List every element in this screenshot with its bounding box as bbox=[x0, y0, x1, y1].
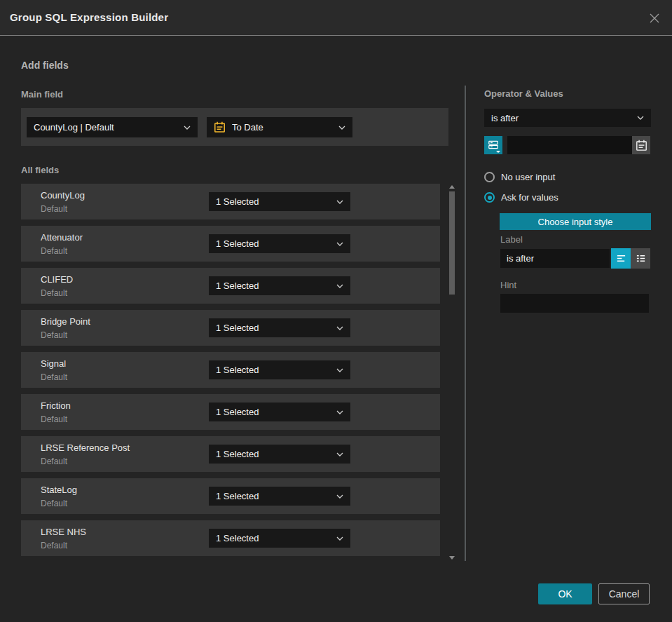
field-source: Default bbox=[41, 372, 67, 382]
field-row: CountyLogDefault1 Selected bbox=[21, 184, 440, 219]
field-row: StateLogDefault1 Selected bbox=[21, 478, 440, 514]
operator-select-value: is after bbox=[491, 113, 633, 123]
field-name: CLIFED bbox=[41, 274, 73, 285]
field-name: LRSE Reference Post bbox=[41, 442, 130, 453]
field-name: Attenuator bbox=[41, 232, 83, 243]
list-style-button[interactable] bbox=[631, 248, 650, 269]
selected-count: 1 Selected bbox=[216, 238, 332, 249]
field-source: Default bbox=[41, 414, 67, 424]
panel-divider bbox=[465, 86, 466, 561]
radio-ask-for-values[interactable]: Ask for values bbox=[484, 192, 558, 203]
field-values-select[interactable]: 1 Selected bbox=[209, 192, 350, 211]
field-name: Signal bbox=[41, 358, 66, 369]
field-source: Default bbox=[41, 246, 67, 256]
field-row: Bridge PointDefault1 Selected bbox=[21, 310, 440, 346]
field-values-select[interactable]: 1 Selected bbox=[209, 403, 350, 421]
field-row: SignalDefault1 Selected bbox=[21, 352, 440, 388]
align-text-icon bbox=[616, 253, 626, 264]
field-name: CountyLog bbox=[41, 190, 85, 201]
field-values-select[interactable]: 1 Selected bbox=[209, 360, 350, 379]
date-field-select[interactable]: To Date bbox=[207, 117, 352, 137]
value-type-button[interactable] bbox=[484, 136, 502, 154]
selected-count: 1 Selected bbox=[216, 323, 332, 333]
value-input[interactable] bbox=[507, 136, 632, 154]
field-name: Bridge Point bbox=[41, 316, 90, 327]
chevron-down-icon bbox=[336, 368, 343, 372]
close-button[interactable] bbox=[647, 11, 662, 26]
label-input[interactable] bbox=[500, 249, 610, 268]
close-icon bbox=[649, 13, 660, 24]
field-values-select[interactable]: 1 Selected bbox=[209, 487, 350, 506]
calendar-icon bbox=[214, 121, 226, 133]
radio-no-user-input[interactable]: No user input bbox=[484, 172, 555, 182]
choose-input-style-button[interactable]: Choose input style bbox=[500, 213, 651, 230]
selected-count: 1 Selected bbox=[216, 280, 332, 291]
label-style-segmented-control bbox=[611, 248, 650, 269]
chevron-down-icon bbox=[336, 284, 343, 288]
chevron-down-icon bbox=[336, 536, 343, 541]
chevron-down-icon bbox=[336, 410, 343, 414]
main-field-label: Main field bbox=[21, 89, 63, 100]
all-fields-label: All fields bbox=[21, 165, 59, 175]
single-line-style-button[interactable] bbox=[611, 248, 631, 269]
date-picker-button[interactable] bbox=[632, 136, 650, 154]
field-values-select[interactable]: 1 Selected bbox=[209, 234, 350, 253]
chevron-down-icon bbox=[336, 326, 343, 330]
selected-count: 1 Selected bbox=[216, 365, 332, 375]
field-values-select[interactable]: 1 Selected bbox=[209, 318, 350, 337]
chevron-down-icon bbox=[496, 151, 500, 153]
selected-count: 1 Selected bbox=[216, 449, 332, 459]
main-field-select[interactable]: CountyLog | Default bbox=[27, 117, 198, 137]
list-icon bbox=[636, 253, 646, 264]
chevron-down-icon bbox=[336, 242, 343, 246]
list-scrollbar[interactable] bbox=[448, 182, 455, 561]
dialog-header: Group SQL Expression Builder bbox=[0, 0, 672, 36]
main-field-box: CountyLog | Default To Date bbox=[21, 108, 448, 146]
field-name: LRSE NHS bbox=[41, 527, 86, 537]
hint-input[interactable] bbox=[500, 294, 649, 313]
selected-count: 1 Selected bbox=[216, 407, 332, 417]
scroll-up-arrow[interactable] bbox=[449, 185, 455, 189]
ok-button[interactable]: OK bbox=[538, 583, 592, 604]
scrollbar-thumb[interactable] bbox=[449, 191, 455, 295]
radio-button-icon[interactable] bbox=[484, 192, 495, 203]
label-field-label: Label bbox=[500, 234, 523, 245]
radio-label: Ask for values bbox=[501, 192, 558, 203]
field-source: Default bbox=[41, 204, 67, 214]
cancel-button[interactable]: Cancel bbox=[598, 583, 650, 604]
operator-select[interactable]: is after bbox=[484, 109, 651, 127]
field-values-select[interactable]: 1 Selected bbox=[209, 529, 350, 548]
field-values-select[interactable]: 1 Selected bbox=[209, 276, 350, 295]
field-row: AttenuatorDefault1 Selected bbox=[21, 226, 440, 262]
calendar-icon bbox=[636, 140, 647, 151]
selected-count: 1 Selected bbox=[216, 491, 332, 501]
field-source: Default bbox=[41, 288, 67, 298]
selected-count: 1 Selected bbox=[216, 533, 332, 543]
field-source: Default bbox=[41, 330, 67, 340]
main-field-select-value: CountyLog | Default bbox=[34, 122, 179, 133]
radio-button-icon[interactable] bbox=[484, 172, 495, 182]
field-source: Default bbox=[41, 499, 67, 508]
chevron-down-icon bbox=[338, 126, 345, 130]
scroll-down-arrow[interactable] bbox=[449, 556, 455, 560]
operator-values-heading: Operator & Values bbox=[484, 88, 563, 99]
field-values-select[interactable]: 1 Selected bbox=[209, 445, 350, 464]
hint-field-label: Hint bbox=[500, 280, 516, 290]
field-row: FrictionDefault1 Selected bbox=[21, 394, 440, 430]
selected-count: 1 Selected bbox=[216, 196, 332, 207]
field-row: LRSE NHSDefault1 Selected bbox=[21, 520, 440, 556]
field-name: Friction bbox=[41, 400, 71, 411]
radio-label: No user input bbox=[501, 172, 555, 182]
chevron-down-icon bbox=[336, 494, 343, 499]
date-field-select-value: To Date bbox=[232, 122, 334, 133]
stacked-values-icon bbox=[488, 140, 499, 151]
field-row: CLIFEDDefault1 Selected bbox=[21, 268, 440, 304]
field-name: StateLog bbox=[41, 485, 77, 495]
chevron-down-icon bbox=[637, 116, 644, 120]
chevron-down-icon bbox=[336, 452, 343, 457]
chevron-down-icon bbox=[336, 200, 343, 204]
chevron-down-icon bbox=[184, 126, 191, 130]
field-source: Default bbox=[41, 457, 67, 466]
all-fields-list: CountyLogDefault1 SelectedAttenuatorDefa… bbox=[21, 184, 440, 562]
field-row: LRSE Reference PostDefault1 Selected bbox=[21, 436, 440, 472]
